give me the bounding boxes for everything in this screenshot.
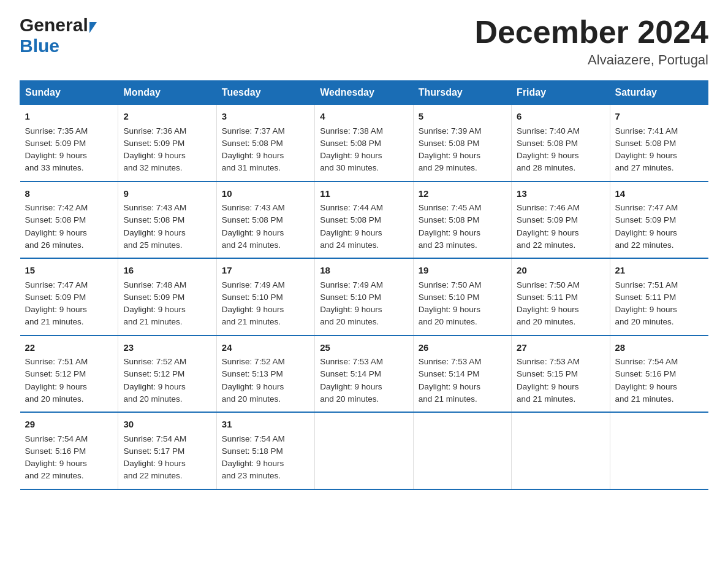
day-daylight-cont: and 20 minutes. — [517, 317, 575, 326]
day-daylight-cont: and 20 minutes. — [25, 394, 84, 404]
table-row — [610, 412, 708, 489]
day-daylight: Daylight: 9 hours — [123, 305, 185, 314]
day-sunset: Sunset: 5:11 PM — [615, 293, 677, 302]
calendar-week-row: 15 Sunrise: 7:47 AM Sunset: 5:09 PM Dayl… — [20, 258, 708, 335]
day-sunset: Sunset: 5:14 PM — [419, 369, 480, 378]
day-sunset: Sunset: 5:09 PM — [123, 293, 184, 302]
day-daylight: Daylight: 9 hours — [320, 305, 382, 314]
day-sunset: Sunset: 5:08 PM — [320, 139, 381, 148]
table-row: 1 Sunrise: 7:35 AM Sunset: 5:09 PM Dayli… — [20, 105, 118, 182]
month-year-title: December 2024 — [474, 15, 708, 50]
table-row: 3 Sunrise: 7:37 AM Sunset: 5:08 PM Dayli… — [216, 105, 314, 182]
day-sunset: Sunset: 5:14 PM — [320, 369, 381, 378]
day-daylight-cont: and 21 minutes. — [123, 317, 182, 326]
day-sunrise: Sunrise: 7:39 AM — [419, 126, 482, 136]
day-daylight-cont: and 24 minutes. — [222, 240, 281, 250]
table-row: 28 Sunrise: 7:54 AM Sunset: 5:16 PM Dayl… — [610, 335, 708, 413]
day-sunrise: Sunrise: 7:40 AM — [517, 126, 580, 136]
day-number: 20 — [517, 264, 604, 278]
day-daylight-cont: and 31 minutes. — [222, 163, 281, 172]
day-sunset: Sunset: 5:09 PM — [123, 139, 184, 148]
day-sunset: Sunset: 5:13 PM — [222, 369, 283, 378]
day-daylight: Daylight: 9 hours — [517, 382, 578, 391]
table-row: 23 Sunrise: 7:52 AM Sunset: 5:12 PM Dayl… — [118, 335, 216, 413]
day-sunrise: Sunrise: 7:53 AM — [320, 357, 383, 366]
page-header: General Blue December 2024 Alvaiazere, P… — [20, 15, 708, 68]
day-number: 6 — [517, 110, 604, 124]
day-sunrise: Sunrise: 7:54 AM — [615, 357, 678, 366]
day-daylight: Daylight: 9 hours — [222, 305, 284, 314]
table-row: 8 Sunrise: 7:42 AM Sunset: 5:08 PM Dayli… — [20, 182, 118, 259]
table-row: 4 Sunrise: 7:38 AM Sunset: 5:08 PM Dayli… — [315, 105, 413, 182]
day-daylight: Daylight: 9 hours — [615, 151, 677, 160]
day-number: 29 — [25, 418, 113, 432]
day-daylight: Daylight: 9 hours — [615, 228, 677, 237]
day-daylight: Daylight: 9 hours — [25, 459, 87, 468]
table-row: 17 Sunrise: 7:49 AM Sunset: 5:10 PM Dayl… — [216, 258, 314, 335]
day-sunrise: Sunrise: 7:49 AM — [320, 280, 383, 289]
day-number: 22 — [25, 341, 113, 355]
day-daylight-cont: and 21 minutes. — [419, 394, 477, 404]
day-sunset: Sunset: 5:16 PM — [25, 446, 86, 456]
day-daylight: Daylight: 9 hours — [123, 459, 185, 468]
col-saturday: Saturday — [610, 81, 708, 105]
day-sunrise: Sunrise: 7:37 AM — [222, 126, 285, 136]
day-sunset: Sunset: 5:10 PM — [222, 293, 283, 302]
day-daylight-cont: and 22 minutes. — [25, 471, 84, 480]
day-daylight: Daylight: 9 hours — [222, 228, 284, 237]
day-daylight-cont: and 26 minutes. — [25, 240, 84, 250]
table-row: 11 Sunrise: 7:44 AM Sunset: 5:08 PM Dayl… — [315, 182, 413, 259]
day-sunset: Sunset: 5:08 PM — [123, 215, 184, 224]
table-row: 29 Sunrise: 7:54 AM Sunset: 5:16 PM Dayl… — [20, 412, 118, 489]
day-sunset: Sunset: 5:08 PM — [222, 215, 283, 224]
table-row: 9 Sunrise: 7:43 AM Sunset: 5:08 PM Dayli… — [118, 182, 216, 259]
table-row: 24 Sunrise: 7:52 AM Sunset: 5:13 PM Dayl… — [216, 335, 314, 413]
day-sunrise: Sunrise: 7:41 AM — [615, 126, 678, 136]
table-row: 25 Sunrise: 7:53 AM Sunset: 5:14 PM Dayl… — [315, 335, 413, 413]
day-sunset: Sunset: 5:08 PM — [222, 139, 283, 148]
day-daylight: Daylight: 9 hours — [320, 382, 382, 391]
day-sunrise: Sunrise: 7:48 AM — [123, 280, 186, 289]
table-row — [413, 412, 511, 489]
day-sunrise: Sunrise: 7:42 AM — [25, 203, 88, 212]
day-daylight-cont: and 21 minutes. — [615, 394, 674, 404]
calendar-week-row: 1 Sunrise: 7:35 AM Sunset: 5:09 PM Dayli… — [20, 105, 708, 182]
calendar-week-row: 29 Sunrise: 7:54 AM Sunset: 5:16 PM Dayl… — [20, 412, 708, 489]
day-sunrise: Sunrise: 7:53 AM — [517, 357, 580, 366]
day-sunset: Sunset: 5:09 PM — [25, 139, 86, 148]
day-daylight-cont: and 27 minutes. — [615, 163, 674, 172]
logo-blue-text: Blue — [20, 36, 59, 56]
day-sunrise: Sunrise: 7:47 AM — [615, 203, 678, 212]
day-sunset: Sunset: 5:09 PM — [615, 215, 677, 224]
table-row: 26 Sunrise: 7:53 AM Sunset: 5:14 PM Dayl… — [413, 335, 511, 413]
day-sunset: Sunset: 5:08 PM — [320, 215, 381, 224]
day-daylight-cont: and 21 minutes. — [222, 317, 281, 326]
day-sunrise: Sunrise: 7:51 AM — [615, 280, 678, 289]
day-daylight-cont: and 28 minutes. — [517, 163, 575, 172]
day-sunrise: Sunrise: 7:50 AM — [517, 280, 580, 289]
day-daylight-cont: and 32 minutes. — [123, 163, 182, 172]
table-row: 18 Sunrise: 7:49 AM Sunset: 5:10 PM Dayl… — [315, 258, 413, 335]
day-number: 4 — [320, 110, 408, 124]
day-daylight-cont: and 29 minutes. — [419, 163, 477, 172]
day-sunset: Sunset: 5:09 PM — [25, 293, 86, 302]
day-daylight: Daylight: 9 hours — [25, 228, 87, 237]
day-daylight-cont: and 20 minutes. — [320, 394, 379, 404]
calendar-header: Sunday Monday Tuesday Wednesday Thursday… — [20, 81, 708, 105]
logo: General Blue — [20, 15, 97, 56]
day-daylight: Daylight: 9 hours — [517, 228, 578, 237]
day-number: 26 — [419, 341, 506, 355]
table-row: 12 Sunrise: 7:45 AM Sunset: 5:08 PM Dayl… — [413, 182, 511, 259]
day-sunrise: Sunrise: 7:36 AM — [123, 126, 186, 136]
calendar-table: Sunday Monday Tuesday Wednesday Thursday… — [20, 80, 708, 490]
day-daylight-cont: and 30 minutes. — [320, 163, 379, 172]
day-number: 10 — [222, 187, 309, 201]
day-number: 31 — [222, 418, 309, 432]
day-number: 11 — [320, 187, 408, 201]
day-daylight-cont: and 22 minutes. — [517, 240, 575, 250]
table-row: 14 Sunrise: 7:47 AM Sunset: 5:09 PM Dayl… — [610, 182, 708, 259]
table-row — [512, 412, 610, 489]
day-sunrise: Sunrise: 7:52 AM — [222, 357, 285, 366]
day-daylight: Daylight: 9 hours — [222, 382, 284, 391]
day-daylight-cont: and 33 minutes. — [25, 163, 84, 172]
